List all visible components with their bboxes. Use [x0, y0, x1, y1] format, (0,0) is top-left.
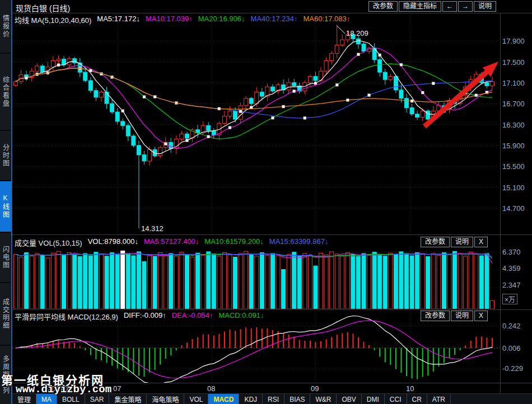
volume-tick: 2.347	[502, 281, 521, 289]
volume-change-params-button[interactable]: 改参数	[421, 237, 450, 247]
macd-tick: -0.229	[502, 364, 523, 373]
x-axis-label: 10	[406, 384, 414, 393]
macd-tick: 0.242	[502, 322, 521, 330]
price-tick: 14.700	[502, 204, 525, 213]
macd-diff: DIFF:-0.009↑	[124, 311, 166, 322]
high-annotation: 18.209	[346, 29, 368, 37]
ma-row-label: 均线 MA(5,10,20,40,60)	[15, 15, 91, 25]
vol-ma10: MA10:61579.200↓	[204, 237, 264, 248]
ma5-value: MA5:17.172↓	[97, 15, 140, 25]
help-button[interactable]: 说明	[474, 1, 496, 12]
watermark-url: www.diyizby.com	[16, 383, 111, 396]
price-tick: 15.100	[502, 184, 525, 192]
sidebar-item-intraday[interactable]: 分时图	[0, 131, 11, 181]
tab-cr[interactable]: CR	[407, 394, 427, 404]
ma60-value: MA60:17.083↑	[303, 15, 350, 25]
tab-jijin-strategy[interactable]: 集金策略	[109, 394, 147, 404]
macd-tick: 0.006	[502, 344, 521, 353]
volume-unit-badge: ×万	[502, 294, 517, 304]
macd-help-button[interactable]: 说明	[451, 311, 473, 321]
tab-wr[interactable]: W&R	[310, 394, 337, 404]
sidebar-item-overview[interactable]: 综合看盘	[0, 54, 11, 131]
tab-cci[interactable]: CCI	[385, 394, 407, 404]
tab-kdj[interactable]: KDJ	[239, 394, 263, 404]
macd-panel-buttons: 改参数 说明 X	[421, 311, 488, 321]
price-tick: 17.100	[502, 79, 525, 87]
tab-obv[interactable]: OBV	[337, 394, 361, 404]
title-bar: 现货白银 (日线) 改参数 隐藏主指标 ← → 说明	[12, 0, 532, 13]
volume-help-button[interactable]: 说明	[451, 237, 473, 247]
macd-indicator-row: 平滑异同平均线 MACD(12,26,9) DIFF:-0.009↑ DEA:-…	[15, 311, 264, 322]
volume-panel-buttons: 改参数 说明 X	[421, 237, 488, 247]
page-title: 现货白银 (日线)	[16, 2, 70, 13]
vol-ma15: MA15:63399.867↓	[269, 237, 329, 248]
macd-dea: DEA:-0.054↑	[172, 311, 213, 322]
price-tick: 16.300	[502, 121, 525, 129]
hide-main-indicator-button[interactable]: 隐藏主指标	[399, 1, 441, 12]
ma20-value: MA20:16.906↓	[198, 15, 245, 25]
macd-title: 平滑异同平均线 MACD(12,26,9)	[15, 311, 118, 322]
ma10-value: MA10:17.039↑	[146, 15, 193, 25]
x-axis-label: 07	[113, 384, 121, 393]
titlebar-buttons: 改参数 隐藏主指标 ← → 说明	[368, 1, 496, 12]
volume-tick: 6.370	[502, 248, 521, 256]
chart-canvas[interactable]	[0, 0, 532, 404]
ma40-value: MA40:17.234↑	[251, 15, 298, 25]
volume-close-button[interactable]: X	[474, 237, 488, 247]
prev-arrow-button[interactable]: ←	[442, 1, 457, 12]
sidebar-item-trade-detail[interactable]: 成交明细	[0, 283, 11, 346]
sidebar-item-quotes[interactable]: 情报价	[0, 0, 11, 54]
x-axis-label: 08	[207, 384, 215, 393]
volume-indicator-row: 成交量 VOL(5,10,15) VOL:8798.000↓ MA5:57127…	[15, 237, 328, 248]
tab-vol[interactable]: VOL	[184, 394, 208, 404]
price-tick: 17.500	[502, 58, 525, 67]
price-tick: 17.900	[502, 37, 525, 45]
tab-bias[interactable]: BIAS	[284, 394, 310, 404]
divider	[12, 234, 532, 235]
macd-close-button[interactable]: X	[474, 311, 488, 321]
low-annotation: 14.312	[141, 224, 164, 233]
sidebar: 情报价 综合看盘 分时图 K线图 闪电图 成交明细 多周期同列	[0, 0, 12, 404]
tab-turtle-strategy[interactable]: 海龟策略	[147, 394, 184, 404]
sidebar-item-kline[interactable]: K线图	[0, 181, 11, 233]
price-tick: 15.500	[502, 162, 525, 171]
change-params-button[interactable]: 改参数	[368, 1, 398, 12]
divider	[12, 309, 532, 310]
tab-macd[interactable]: MACD	[208, 394, 239, 404]
volume-title: 成交量 VOL(5,10,15)	[15, 237, 82, 248]
next-arrow-button[interactable]: →	[458, 1, 473, 12]
tab-dmi[interactable]: DMI	[362, 394, 385, 404]
price-tick: 15.900	[502, 142, 525, 150]
vol-ma5: MA5:57127.400↓	[144, 237, 199, 248]
macd-change-params-button[interactable]: 改参数	[421, 311, 450, 321]
ma-indicator-row: 均线 MA(5,10,20,40,60) MA5:17.172↓ MA10:17…	[15, 15, 350, 25]
volume-tick: 4.359	[502, 264, 521, 273]
vol-value: VOL:8798.000↓	[88, 237, 138, 248]
price-tick: 16.700	[502, 100, 525, 108]
tab-rsi[interactable]: RSI	[263, 394, 284, 404]
tab-atr[interactable]: ATR	[427, 394, 451, 404]
macd-value: MACD:0.091↓	[218, 311, 264, 322]
sidebar-item-flash[interactable]: 闪电图	[0, 233, 11, 283]
axis-separator	[500, 13, 501, 393]
x-axis-label: 09	[311, 384, 319, 393]
app-window: 情报价 综合看盘 分时图 K线图 闪电图 成交明细 多周期同列 现货白银 (日线…	[0, 0, 532, 404]
